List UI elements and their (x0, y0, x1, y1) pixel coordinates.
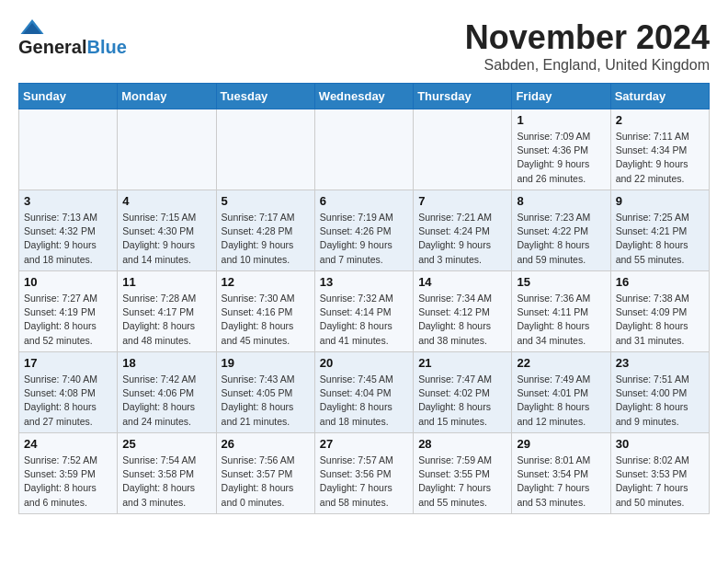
day-cell: 16Sunrise: 7:38 AM Sunset: 4:09 PM Dayli… (610, 271, 709, 352)
day-info: Sunrise: 7:36 AM Sunset: 4:11 PM Dayligh… (517, 292, 605, 348)
weekday-header-tuesday: Tuesday (216, 84, 314, 109)
week-row-3: 10Sunrise: 7:27 AM Sunset: 4:19 PM Dayli… (19, 271, 710, 352)
day-info: Sunrise: 7:28 AM Sunset: 4:17 PM Dayligh… (122, 292, 210, 348)
day-number: 28 (418, 437, 506, 451)
day-number: 19 (222, 356, 310, 370)
day-info: Sunrise: 7:19 AM Sunset: 4:26 PM Dayligh… (320, 211, 408, 267)
day-cell: 2Sunrise: 7:11 AM Sunset: 4:34 PM Daylig… (610, 109, 709, 190)
day-number: 23 (616, 356, 704, 370)
day-number: 12 (222, 275, 310, 289)
week-row-2: 3Sunrise: 7:13 AM Sunset: 4:32 PM Daylig… (19, 190, 710, 271)
day-cell: 24Sunrise: 7:52 AM Sunset: 3:59 PM Dayli… (19, 433, 118, 514)
day-cell: 12Sunrise: 7:30 AM Sunset: 4:16 PM Dayli… (216, 271, 314, 352)
day-cell: 27Sunrise: 7:57 AM Sunset: 3:56 PM Dayli… (314, 433, 413, 514)
week-row-5: 24Sunrise: 7:52 AM Sunset: 3:59 PM Dayli… (19, 433, 710, 514)
day-info: Sunrise: 7:51 AM Sunset: 4:00 PM Dayligh… (616, 373, 704, 429)
day-info: Sunrise: 7:56 AM Sunset: 3:57 PM Dayligh… (222, 454, 310, 510)
day-number: 25 (122, 437, 210, 451)
logo: General Blue (18, 18, 127, 58)
weekday-header-monday: Monday (118, 84, 216, 109)
day-info: Sunrise: 7:52 AM Sunset: 3:59 PM Dayligh… (24, 454, 112, 510)
day-number: 14 (418, 275, 506, 289)
day-cell (216, 109, 314, 190)
weekday-header-friday: Friday (512, 84, 610, 109)
day-number: 5 (222, 194, 310, 208)
day-cell: 4Sunrise: 7:15 AM Sunset: 4:30 PM Daylig… (118, 190, 216, 271)
day-info: Sunrise: 7:15 AM Sunset: 4:30 PM Dayligh… (122, 211, 210, 267)
day-number: 13 (320, 275, 408, 289)
day-number: 29 (517, 437, 605, 451)
day-cell: 13Sunrise: 7:32 AM Sunset: 4:14 PM Dayli… (314, 271, 413, 352)
day-number: 24 (24, 437, 112, 451)
day-number: 11 (122, 275, 210, 289)
day-cell (118, 109, 216, 190)
day-info: Sunrise: 7:21 AM Sunset: 4:24 PM Dayligh… (418, 211, 506, 267)
day-info: Sunrise: 7:45 AM Sunset: 4:04 PM Dayligh… (320, 373, 408, 429)
day-info: Sunrise: 7:13 AM Sunset: 4:32 PM Dayligh… (24, 211, 112, 267)
day-cell: 20Sunrise: 7:45 AM Sunset: 4:04 PM Dayli… (314, 352, 413, 433)
day-info: Sunrise: 7:17 AM Sunset: 4:28 PM Dayligh… (222, 211, 310, 267)
day-number: 17 (24, 356, 112, 370)
day-number: 8 (517, 194, 605, 208)
day-cell: 6Sunrise: 7:19 AM Sunset: 4:26 PM Daylig… (314, 190, 413, 271)
day-cell: 25Sunrise: 7:54 AM Sunset: 3:58 PM Dayli… (118, 433, 216, 514)
day-number: 30 (616, 437, 704, 451)
day-number: 26 (222, 437, 310, 451)
weekday-header-row: SundayMondayTuesdayWednesdayThursdayFrid… (19, 84, 710, 109)
day-cell: 18Sunrise: 7:42 AM Sunset: 4:06 PM Dayli… (118, 352, 216, 433)
day-info: Sunrise: 7:09 AM Sunset: 4:36 PM Dayligh… (517, 130, 605, 186)
day-cell: 22Sunrise: 7:49 AM Sunset: 4:01 PM Dayli… (512, 352, 610, 433)
location: Sabden, England, United Kingdom (465, 57, 710, 74)
day-number: 15 (517, 275, 605, 289)
day-cell: 9Sunrise: 7:25 AM Sunset: 4:21 PM Daylig… (610, 190, 709, 271)
day-cell (19, 109, 118, 190)
day-cell: 7Sunrise: 7:21 AM Sunset: 4:24 PM Daylig… (414, 190, 512, 271)
day-info: Sunrise: 7:59 AM Sunset: 3:55 PM Dayligh… (418, 454, 506, 510)
day-info: Sunrise: 7:32 AM Sunset: 4:14 PM Dayligh… (320, 292, 408, 348)
day-cell: 10Sunrise: 7:27 AM Sunset: 4:19 PM Dayli… (19, 271, 118, 352)
day-number: 16 (616, 275, 704, 289)
day-info: Sunrise: 7:49 AM Sunset: 4:01 PM Dayligh… (517, 373, 605, 429)
day-info: Sunrise: 8:01 AM Sunset: 3:54 PM Dayligh… (517, 454, 605, 510)
weekday-header-wednesday: Wednesday (314, 84, 413, 109)
logo-general: General (18, 37, 86, 58)
day-cell: 19Sunrise: 7:43 AM Sunset: 4:05 PM Dayli… (216, 352, 314, 433)
day-info: Sunrise: 7:57 AM Sunset: 3:56 PM Dayligh… (320, 454, 408, 510)
day-number: 20 (320, 356, 408, 370)
day-info: Sunrise: 7:11 AM Sunset: 4:34 PM Dayligh… (616, 130, 704, 186)
logo-icon (18, 18, 46, 35)
day-cell: 11Sunrise: 7:28 AM Sunset: 4:17 PM Dayli… (118, 271, 216, 352)
day-cell: 28Sunrise: 7:59 AM Sunset: 3:55 PM Dayli… (414, 433, 512, 514)
day-cell: 15Sunrise: 7:36 AM Sunset: 4:11 PM Dayli… (512, 271, 610, 352)
day-info: Sunrise: 7:43 AM Sunset: 4:05 PM Dayligh… (222, 373, 310, 429)
weekday-header-saturday: Saturday (610, 84, 709, 109)
day-cell: 17Sunrise: 7:40 AM Sunset: 4:08 PM Dayli… (19, 352, 118, 433)
day-info: Sunrise: 7:42 AM Sunset: 4:06 PM Dayligh… (122, 373, 210, 429)
day-cell (414, 109, 512, 190)
day-number: 10 (24, 275, 112, 289)
day-cell: 14Sunrise: 7:34 AM Sunset: 4:12 PM Dayli… (414, 271, 512, 352)
weekday-header-sunday: Sunday (19, 84, 118, 109)
day-info: Sunrise: 8:02 AM Sunset: 3:53 PM Dayligh… (616, 454, 704, 510)
logo-blue: Blue (86, 37, 126, 58)
day-number: 3 (24, 194, 112, 208)
day-number: 22 (517, 356, 605, 370)
day-cell: 26Sunrise: 7:56 AM Sunset: 3:57 PM Dayli… (216, 433, 314, 514)
day-number: 9 (616, 194, 704, 208)
day-number: 21 (418, 356, 506, 370)
week-row-1: 1Sunrise: 7:09 AM Sunset: 4:36 PM Daylig… (19, 109, 710, 190)
day-info: Sunrise: 7:27 AM Sunset: 4:19 PM Dayligh… (24, 292, 112, 348)
day-number: 18 (122, 356, 210, 370)
header: General Blue November 2024 Sabden, Engla… (18, 18, 710, 74)
day-info: Sunrise: 7:38 AM Sunset: 4:09 PM Dayligh… (616, 292, 704, 348)
day-info: Sunrise: 7:30 AM Sunset: 4:16 PM Dayligh… (222, 292, 310, 348)
day-info: Sunrise: 7:40 AM Sunset: 4:08 PM Dayligh… (24, 373, 112, 429)
day-number: 7 (418, 194, 506, 208)
day-cell: 3Sunrise: 7:13 AM Sunset: 4:32 PM Daylig… (19, 190, 118, 271)
day-number: 27 (320, 437, 408, 451)
day-cell: 1Sunrise: 7:09 AM Sunset: 4:36 PM Daylig… (512, 109, 610, 190)
month-title: November 2024 (465, 18, 710, 57)
day-info: Sunrise: 7:54 AM Sunset: 3:58 PM Dayligh… (122, 454, 210, 510)
day-number: 1 (517, 113, 605, 127)
week-row-4: 17Sunrise: 7:40 AM Sunset: 4:08 PM Dayli… (19, 352, 710, 433)
